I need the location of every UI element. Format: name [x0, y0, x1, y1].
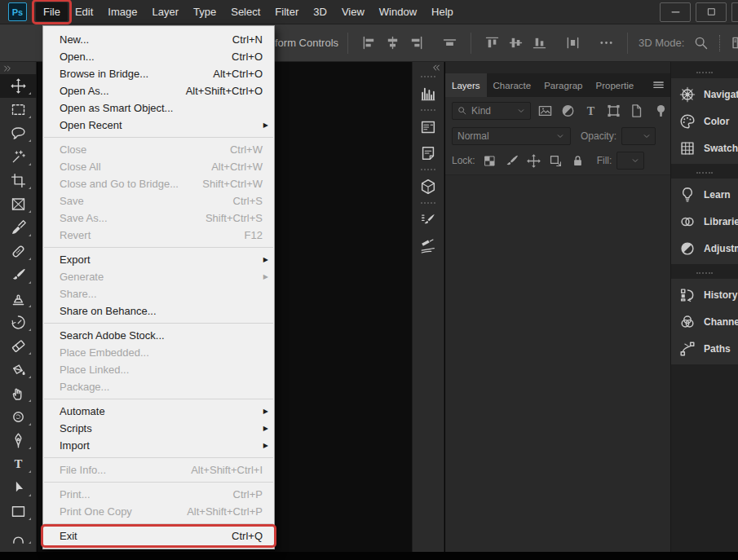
menu-item-place-embedded[interactable]: Place Embedded...: [43, 344, 274, 361]
menu-item-place-linked[interactable]: Place Linked...: [43, 361, 274, 378]
toolbar-collapse-button[interactable]: [0, 62, 36, 74]
brush-presets-panel-button[interactable]: [413, 233, 444, 259]
menu-item-browse-in-bridge[interactable]: Browse in Bridge...Alt+Ctrl+O: [43, 65, 274, 82]
align-bottom-edges-icon[interactable]: [531, 34, 548, 51]
channels-panel-button[interactable]: Channe: [671, 308, 738, 335]
tab-layers[interactable]: Layers: [445, 73, 487, 97]
brush-tool[interactable]: [0, 263, 37, 287]
panel-group-handle[interactable]: [421, 109, 435, 112]
menu-item-print[interactable]: Print...Ctrl+P: [43, 486, 274, 503]
libraries-panel-button[interactable]: Librarie: [671, 208, 738, 235]
menu-item-save[interactable]: SaveCtrl+S: [43, 192, 274, 209]
dodge-tool[interactable]: [0, 405, 37, 429]
adjustments-panel-button[interactable]: Adjustm: [671, 235, 738, 262]
type-tool[interactable]: T: [0, 452, 37, 476]
info-panel-button[interactable]: [413, 114, 444, 140]
menubar-item-layer[interactable]: Layer: [145, 2, 187, 21]
distribute-horizontal-icon[interactable]: [564, 34, 581, 51]
menu-item-search-adobe-stock[interactable]: Search Adobe Stock...: [43, 327, 274, 344]
type-filter-button[interactable]: T: [582, 103, 599, 119]
menu-item-automate[interactable]: Automate▶: [43, 403, 274, 420]
menu-item-open[interactable]: Open...Ctrl+O: [43, 48, 274, 65]
brush-settings-panel-button[interactable]: [413, 207, 444, 233]
menu-item-revert[interactable]: RevertF12: [43, 227, 274, 244]
path-selection-tool[interactable]: [0, 476, 37, 500]
image-filter-button[interactable]: [537, 103, 554, 119]
hand-tool[interactable]: [0, 523, 37, 547]
menu-item-open-as-smart-object[interactable]: Open as Smart Object...: [43, 99, 274, 117]
align-right-edges-icon[interactable]: [408, 34, 425, 51]
shape-filter-button[interactable]: [605, 103, 622, 119]
menu-item-scripts[interactable]: Scripts▶: [43, 420, 274, 437]
paint-bucket-tool[interactable]: [0, 358, 37, 381]
tab-propertie[interactable]: Propertie: [590, 73, 641, 97]
fill-input[interactable]: [616, 152, 644, 170]
menu-item-exit[interactable]: ExitCtrl+Q: [43, 527, 274, 545]
menu-item-close[interactable]: CloseCtrl+W: [43, 141, 274, 158]
menu-item-file-info[interactable]: File Info...Alt+Shift+Ctrl+I: [43, 461, 274, 478]
paths-panel-button[interactable]: Paths: [671, 335, 738, 362]
learn-panel-button[interactable]: Learn: [671, 181, 738, 208]
menubar-item-file[interactable]: File: [36, 2, 68, 21]
blend-mode-select[interactable]: Normal: [452, 127, 571, 145]
workspace-switcher-icon[interactable]: [731, 34, 738, 51]
menu-item-open-recent[interactable]: Open Recent▶: [43, 117, 274, 134]
crop-tool[interactable]: [0, 169, 37, 192]
align-top-edges-icon[interactable]: [484, 34, 501, 51]
history-brush-tool[interactable]: [0, 311, 37, 334]
eyedropper-tool[interactable]: [0, 216, 37, 240]
menu-item-share-on-behance[interactable]: Share on Behance...: [43, 302, 274, 320]
lock-paint-button[interactable]: [504, 153, 519, 169]
tab-paragrap[interactable]: Paragrap: [537, 73, 589, 97]
menubar-item-image[interactable]: Image: [100, 2, 144, 21]
menu-item-export[interactable]: Export▶: [43, 251, 274, 268]
panel-group-handle[interactable]: [421, 169, 435, 172]
more-options-icon[interactable]: [598, 34, 615, 51]
menubar-item-type[interactable]: Type: [186, 2, 223, 21]
pen-tool[interactable]: [0, 429, 37, 452]
3d-panel-panel-button[interactable]: [413, 174, 444, 200]
panel-group-handle[interactable]: [696, 272, 713, 276]
lock-transparency-button[interactable]: [482, 153, 497, 169]
maximize-button[interactable]: [696, 2, 727, 22]
menu-item-close-all[interactable]: Close AllAlt+Ctrl+W: [43, 158, 274, 175]
history-panel-button[interactable]: History: [671, 281, 738, 308]
smart-object-filter-button[interactable]: [628, 103, 645, 119]
layer-filter-kind-select[interactable]: Kind: [452, 102, 531, 120]
navigator-panel-button[interactable]: Navigat: [671, 81, 738, 108]
menubar-item-select[interactable]: Select: [223, 2, 267, 21]
lock-artboard-button[interactable]: [548, 153, 563, 169]
align-left-edges-icon[interactable]: [360, 34, 378, 51]
magic-wand-tool[interactable]: [0, 145, 37, 169]
spot-healing-brush-tool[interactable]: [0, 240, 37, 263]
menu-item-open-as[interactable]: Open As...Alt+Shift+Ctrl+O: [43, 82, 274, 99]
frame-tool[interactable]: [0, 192, 37, 216]
histogram-panel-button[interactable]: [413, 81, 444, 107]
search-icon[interactable]: [692, 34, 709, 51]
menu-item-new[interactable]: New...Ctrl+N: [43, 31, 274, 48]
layer-filter-toggle[interactable]: [652, 103, 670, 119]
window-button-partial[interactable]: [731, 2, 738, 22]
layers-list-empty[interactable]: [445, 174, 670, 552]
rectangle-tool[interactable]: [0, 500, 37, 523]
adjustment-filter-button[interactable]: [559, 103, 577, 119]
rectangular-marquee-tool[interactable]: [0, 98, 37, 121]
menu-item-print-one-copy[interactable]: Print One CopyAlt+Shift+Ctrl+P: [43, 503, 274, 520]
panel-group-handle[interactable]: [421, 202, 435, 205]
notes-panel-button[interactable]: [413, 140, 444, 166]
panel-menu-button[interactable]: [646, 73, 670, 97]
dock-collapse-button[interactable]: [413, 62, 444, 73]
color-panel-button[interactable]: Color: [671, 108, 738, 134]
align-vertical-centers-icon[interactable]: [507, 34, 524, 51]
align-top-wide-icon[interactable]: [441, 34, 458, 51]
swatches-panel-button[interactable]: Swatche: [671, 134, 738, 161]
panel-group-handle[interactable]: [421, 76, 435, 79]
menu-item-generate[interactable]: Generate▶: [43, 268, 274, 285]
align-horizontal-centers-icon[interactable]: [384, 34, 401, 51]
menu-item-save-as[interactable]: Save As...Shift+Ctrl+S: [43, 209, 274, 227]
opacity-input[interactable]: [621, 127, 656, 145]
menu-item-import[interactable]: Import▶: [43, 437, 274, 454]
menubar-item-3d[interactable]: 3D: [306, 2, 334, 21]
menubar-item-view[interactable]: View: [334, 2, 372, 21]
minimize-button[interactable]: [660, 2, 691, 22]
